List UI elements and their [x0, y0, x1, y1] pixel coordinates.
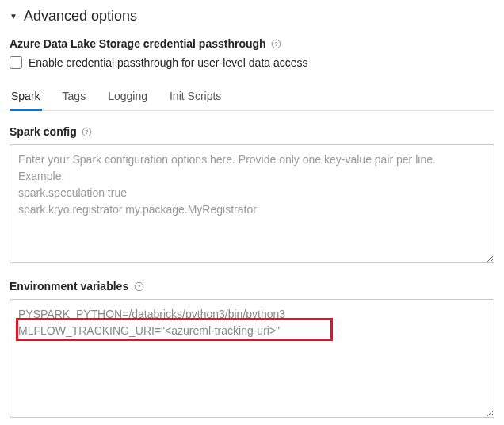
svg-text:?: ?	[86, 128, 90, 136]
caret-down-icon: ▼	[10, 12, 17, 21]
help-icon[interactable]: ?	[133, 281, 144, 292]
passthrough-group: Azure Data Lake Storage credential passt…	[10, 37, 494, 69]
svg-text:?: ?	[137, 283, 141, 290]
passthrough-checkbox-label[interactable]: Enable credential passthrough for user-l…	[29, 56, 308, 69]
passthrough-checkbox-row: Enable credential passthrough for user-l…	[10, 56, 494, 69]
tab-tags[interactable]: Tags	[61, 83, 88, 110]
spark-config-label: Spark config ?	[10, 125, 93, 138]
env-vars-textarea[interactable]	[10, 299, 494, 418]
advanced-options-header[interactable]: ▼ Advanced options	[10, 8, 494, 25]
spark-config-label-text: Spark config	[10, 125, 77, 138]
section-title: Advanced options	[24, 8, 137, 25]
env-vars-group: Environment variables ?	[10, 280, 494, 420]
passthrough-label-text: Azure Data Lake Storage credential passt…	[10, 37, 266, 50]
spark-config-group: Spark config ?	[10, 125, 494, 266]
passthrough-checkbox[interactable]	[10, 56, 22, 69]
tab-init-scripts[interactable]: Init Scripts	[168, 83, 223, 110]
tab-spark[interactable]: Spark	[10, 83, 42, 110]
tab-logging[interactable]: Logging	[106, 83, 149, 110]
tabs: Spark Tags Logging Init Scripts	[10, 83, 494, 111]
svg-text:?: ?	[274, 40, 278, 48]
env-vars-label: Environment variables ?	[10, 280, 144, 293]
spark-config-textarea[interactable]	[10, 144, 494, 263]
help-icon[interactable]: ?	[82, 126, 93, 137]
help-icon[interactable]: ?	[271, 38, 282, 49]
env-vars-label-text: Environment variables	[10, 280, 128, 293]
passthrough-label: Azure Data Lake Storage credential passt…	[10, 37, 282, 50]
